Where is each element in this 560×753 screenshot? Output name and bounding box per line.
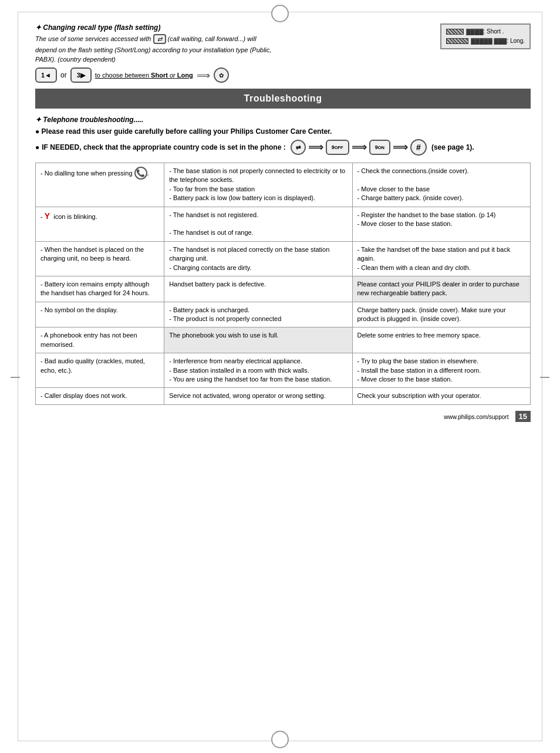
table-cause-6: - Interference from nearby electrical ap… xyxy=(164,353,352,388)
hash-icon: # xyxy=(410,139,427,156)
troubleshoot-table: - No dialling tone when pressing 📞.- The… xyxy=(35,163,531,405)
table-cause-5: The phonebook you wish to use is full. xyxy=(164,327,352,353)
table-solution-7: Check your subscription with your operat… xyxy=(352,388,531,404)
table-symptom-1: - Y icon is blinking. xyxy=(36,207,164,241)
table-cause-7: Service not activated, wrong operator or… xyxy=(164,388,352,404)
table-solution-6: - Try to plug the base station in elsewh… xyxy=(352,353,531,388)
troubleshoot-intro: Telephone troubleshooting..... Please re… xyxy=(35,116,531,156)
flash-note-box: ▓▓▓▓: Short . ▓▓▓▓▓ ▓▓▓: Long. xyxy=(440,23,531,49)
or-label: or xyxy=(60,71,67,79)
arrow1-icon: ⟹ xyxy=(308,141,323,154)
table-cause-4: - Battery pack is uncharged. - The produ… xyxy=(164,302,352,327)
key-9off-icon: 9OFF xyxy=(326,140,349,155)
menu-wheel-icon: ✿ xyxy=(214,67,229,83)
arrow3-icon: ⟹ xyxy=(393,141,408,154)
table-solution-4: Charge battery pack. (inside cover). Mak… xyxy=(352,302,531,327)
table-symptom-0: - No dialling tone when pressing 📞. xyxy=(36,163,164,207)
table-symptom-2: - When the handset is placed on the char… xyxy=(36,241,164,276)
troubleshoot-header: Troubleshooting xyxy=(35,89,531,109)
arrow2-icon: ⟹ xyxy=(352,141,367,154)
table-solution-2: - Take the handset off the base station … xyxy=(352,241,531,276)
key-1-button[interactable]: 1◄ xyxy=(35,67,57,83)
choose-text: to choose between Short or Long xyxy=(95,72,193,79)
table-solution-5: Delete some entries to free memory space… xyxy=(352,327,531,353)
arrow-right-icon: ⟹ xyxy=(197,70,210,81)
table-cause-0: - The base station is not properly conne… xyxy=(164,163,352,207)
table-symptom-5: - A phonebook entry has not been memoris… xyxy=(36,327,164,353)
table-symptom-6: - Bad audio quality (crackles, muted, ec… xyxy=(36,353,164,388)
flash-note-short: ▓▓▓▓: Short . xyxy=(466,27,504,36)
table-cause-2: - The handset is not placed correctly on… xyxy=(164,241,352,276)
table-solution-3: Please contact your PHILIPS dealer in or… xyxy=(352,276,531,302)
intro-text-3: PABX). (country dependent) xyxy=(35,56,531,63)
table-solution-0: - Check the connections.(inside cover). … xyxy=(352,163,531,207)
page-footer: www.philips.com/support 15 xyxy=(35,411,531,422)
settings-button-icon: ⇄ xyxy=(153,34,166,44)
table-symptom-4: - No symbol on the display. xyxy=(36,302,164,327)
key-9on-icon: 9ON xyxy=(369,140,390,155)
bullet2-text: IF NEEDED, check that the appropriate co… xyxy=(35,139,531,156)
key-3-button[interactable]: 3▶ xyxy=(70,67,92,83)
button-row: 1◄ or 3▶ to choose between Short or Long… xyxy=(35,67,531,83)
page-number: 15 xyxy=(515,411,531,422)
bullet1-text: Please read this user guide carefully be… xyxy=(35,127,531,136)
table-cause-1: - The handset is not registered. - The h… xyxy=(164,207,352,241)
table-symptom-3: - Battery icon remains empty although th… xyxy=(36,276,164,302)
table-solution-1: - Register the handset to the base stati… xyxy=(352,207,531,241)
table-symptom-7: - Caller display does not work. xyxy=(36,388,164,404)
flash-note-long: ▓▓▓▓▓ ▓▓▓: Long. xyxy=(471,36,525,46)
phone-settings-icon: ⇄ xyxy=(291,140,306,155)
footer-url: www.philips.com/support xyxy=(444,414,508,420)
flash-section: ▓▓▓▓: Short . ▓▓▓▓▓ ▓▓▓: Long. Changing … xyxy=(35,23,531,83)
table-cause-3: Handset battery pack is defective. xyxy=(164,276,352,302)
troubleshoot-subtitle: Telephone troubleshooting..... xyxy=(35,116,531,124)
